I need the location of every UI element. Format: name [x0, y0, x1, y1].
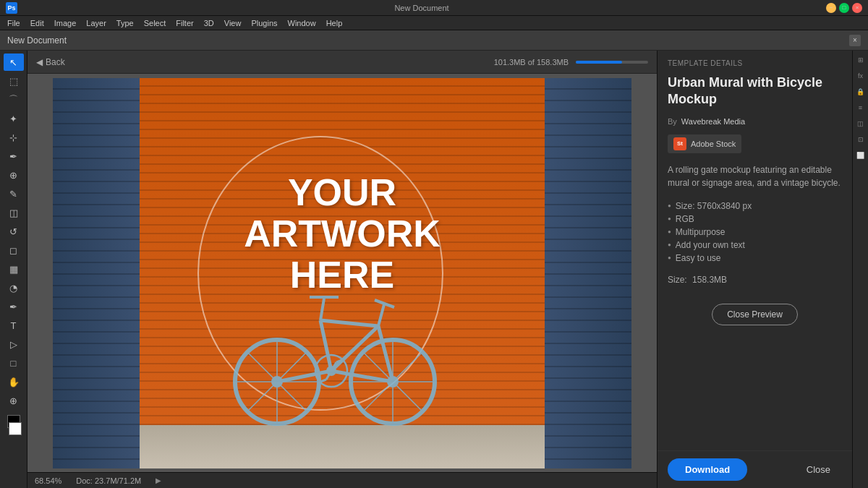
bullet-icon: ●	[668, 215, 671, 222]
menu-item-view[interactable]: View	[220, 17, 246, 29]
marquee-tool[interactable]: ⬚	[4, 72, 24, 90]
ground	[140, 425, 545, 468]
modal-bar: New Document ×	[0, 30, 868, 51]
pen-tool[interactable]: ✒	[4, 298, 24, 315]
source-badge: St Adobe Stock	[668, 134, 741, 153]
wall-right	[545, 78, 631, 468]
canvas-area: ◀ Back 101.3MB of 158.3MB	[27, 51, 657, 488]
feature-item: ●Add your own text	[668, 239, 842, 252]
layers-panel-icon[interactable]: ≡	[854, 101, 867, 114]
feature-text: RGB	[676, 214, 694, 224]
shape-tool[interactable]: □	[4, 354, 24, 372]
menu-item-3d[interactable]: 3D	[200, 17, 218, 29]
status-bar: 68.54% Doc: 23.7M/71.2M ▶	[27, 472, 657, 488]
menu-item-plugins[interactable]: Plugins	[247, 17, 281, 29]
menu-item-select[interactable]: Select	[140, 17, 171, 29]
menu-bar: FileEditImageLayerTypeSelectFilter3DView…	[0, 16, 868, 30]
panel-title: Urban Mural with Bicycle Mockup	[668, 74, 842, 108]
size-label: Size:	[668, 275, 687, 285]
menu-item-window[interactable]: Window	[284, 17, 320, 29]
lasso-tool[interactable]: ⌒	[4, 91, 24, 108]
bullet-icon: ●	[668, 228, 671, 235]
magic-wand-tool[interactable]: ✦	[4, 110, 24, 127]
progress-fill	[576, 61, 622, 64]
menu-item-layer[interactable]: Layer	[82, 17, 111, 29]
svg-line-22	[320, 299, 324, 320]
healing-tool[interactable]: ⊕	[4, 166, 24, 184]
svg-line-15	[320, 320, 331, 371]
fx-icon[interactable]: fx	[854, 69, 867, 82]
paths-icon[interactable]: ⊡	[854, 133, 867, 146]
size-value: 158.3MB	[692, 275, 727, 285]
menu-item-edit[interactable]: Edit	[26, 17, 48, 29]
type-tool[interactable]: T	[4, 317, 24, 334]
download-button[interactable]: Download	[668, 458, 747, 481]
eyedropper-tool[interactable]: ✒	[4, 147, 24, 165]
panel-description: A rolling gate mockup featuring an edita…	[658, 160, 852, 197]
artwork-line2: ARTWORK	[140, 213, 545, 254]
artwork-line1: YOUR	[140, 172, 545, 213]
brush-tool[interactable]: ✎	[4, 185, 24, 202]
bicycle	[219, 270, 451, 429]
panel-source: St Adobe Stock	[658, 132, 852, 160]
hand-tool[interactable]: ✋	[4, 373, 24, 390]
bullet-icon: ●	[668, 241, 671, 248]
menu-item-image[interactable]: Image	[50, 17, 81, 29]
app-icon: Ps	[6, 2, 17, 14]
wall-left	[53, 78, 140, 468]
mural-image: YOUR ARTWORK HERE	[53, 78, 631, 468]
modal-close-button[interactable]: ×	[849, 35, 861, 46]
burn-tool[interactable]: ◔	[4, 279, 24, 296]
by-label: By	[668, 117, 677, 126]
delete-icon[interactable]: ⬜	[854, 149, 867, 162]
progress-bar	[576, 61, 648, 64]
svg-line-20	[378, 304, 384, 326]
svg-line-16	[320, 320, 378, 326]
gradient-tool[interactable]: ▦	[4, 260, 24, 278]
panel-author: By Wavebreak Media	[658, 114, 852, 132]
close-button[interactable]: Close	[795, 458, 842, 481]
feature-text: Multipurpose	[676, 227, 726, 237]
feature-item: ●Size: 5760x3840 px	[668, 200, 842, 213]
menu-item-file[interactable]: File	[3, 17, 25, 29]
maximize-button[interactable]: □	[839, 3, 849, 13]
canvas-viewport[interactable]: YOUR ARTWORK HERE	[27, 74, 657, 472]
history-brush-tool[interactable]: ↺	[4, 223, 24, 240]
window-controls: − □ ×	[826, 3, 862, 13]
feature-text: Easy to use	[676, 253, 721, 263]
lock-icon[interactable]: 🔒	[854, 85, 867, 98]
bullet-icon: ●	[668, 254, 671, 261]
menu-item-type[interactable]: Type	[112, 17, 138, 29]
zoom-tool[interactable]: ⊕	[4, 392, 24, 409]
zoom-level: 68.54%	[35, 476, 61, 485]
main-layout: ↖ ⬚ ⌒ ✦ ⊹ ✒ ⊕ ✎ ◫ ↺ ◻ ▦ ◔ ✒ T ▷ □ ✋ ⊕ ◀ …	[0, 51, 868, 488]
minimize-button[interactable]: −	[826, 3, 836, 13]
back-button[interactable]: ◀ Back	[36, 57, 65, 67]
menu-item-filter[interactable]: Filter	[171, 17, 197, 29]
svg-line-26	[320, 380, 326, 382]
close-window-button[interactable]: ×	[852, 3, 862, 13]
menu-item-help[interactable]: Help	[322, 17, 347, 29]
channels-icon[interactable]: ◫	[854, 117, 867, 130]
doc-arrow[interactable]: ▶	[156, 476, 161, 484]
panel-actions: Close Preview	[658, 296, 852, 333]
clone-tool[interactable]: ◫	[4, 204, 24, 221]
left-toolbar: ↖ ⬚ ⌒ ✦ ⊹ ✒ ⊕ ✎ ◫ ↺ ◻ ▦ ◔ ✒ T ▷ □ ✋ ⊕	[0, 51, 27, 488]
crop-tool[interactable]: ⊹	[4, 129, 24, 146]
close-preview-button[interactable]: Close Preview	[712, 304, 798, 325]
svg-line-19	[378, 326, 393, 382]
file-size: 101.3MB of 158.3MB	[494, 58, 569, 67]
right-panel: TEMPLATE DETAILS Urban Mural with Bicycl…	[657, 51, 852, 488]
move-tool[interactable]: ↖	[4, 53, 24, 71]
path-tool[interactable]: ▷	[4, 335, 24, 353]
eraser-tool[interactable]: ◻	[4, 241, 24, 259]
feature-item: ●RGB	[668, 213, 842, 226]
background-color[interactable]	[9, 422, 22, 435]
modal-title: New Document	[7, 35, 67, 46]
panel-footer: Download Close	[658, 450, 852, 488]
back-arrow-icon: ◀	[36, 57, 43, 67]
layers-icon[interactable]: ⊞	[854, 53, 867, 67]
panel-features: ●Size: 5760x3840 px●RGB●Multipurpose●Add…	[658, 197, 852, 272]
adobe-stock-icon: St	[673, 137, 686, 150]
right-sidebar: ⊞ fx 🔒 ≡ ◫ ⊡ ⬜	[852, 51, 868, 488]
